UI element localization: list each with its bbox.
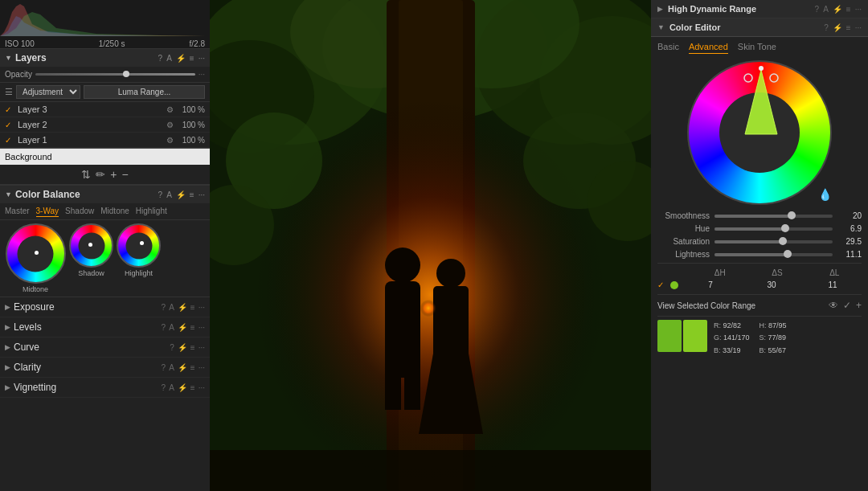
layer-1-name[interactable]: Layer 1	[18, 135, 163, 145]
hdr-help-icon[interactable]: ?	[815, 5, 820, 14]
cb-tab-master[interactable]: Master	[5, 206, 30, 217]
curve-item[interactable]: ▶ Curve ? ⚡ ≡ ···	[0, 338, 210, 358]
cb-tab-shadow[interactable]: Shadow	[65, 206, 94, 217]
background-layer[interactable]: Background	[0, 148, 210, 165]
vig-menu-icon[interactable]: ≡	[190, 383, 195, 392]
cb-menu-icon[interactable]: ≡	[190, 190, 194, 199]
exposure-item[interactable]: ▶ Exposure ? A ⚡ ≡ ···	[0, 297, 210, 317]
layers-help-icon[interactable]: ?	[158, 54, 163, 63]
cb-tab-3way[interactable]: 3-Way	[36, 206, 59, 217]
cb-tab-highlight[interactable]: Highlight	[136, 206, 167, 217]
vr-eye-icon[interactable]: 👁	[829, 300, 838, 311]
lvl-link-icon[interactable]: ⚡	[178, 323, 187, 332]
ce-help-icon[interactable]: ?	[824, 23, 829, 32]
layer-1-settings-icon[interactable]: ⚙	[166, 136, 174, 145]
shadow-wheel[interactable]	[69, 223, 113, 268]
lvl-help-icon[interactable]: ?	[162, 323, 166, 332]
lightness-slider[interactable]	[714, 253, 833, 256]
layers-adjust-icon[interactable]: ⇅	[81, 168, 91, 181]
vr-check-icon[interactable]: ✓	[843, 300, 851, 311]
opacity-slider[interactable]	[35, 73, 195, 76]
midtone-wheel[interactable]	[6, 223, 66, 284]
exp-a-icon[interactable]: A	[169, 303, 174, 312]
tab-advanced[interactable]: Advanced	[689, 42, 728, 54]
levels-item[interactable]: ▶ Levels ? A ⚡ ≡ ···	[0, 317, 210, 338]
layer-3-check-icon[interactable]: ✓	[5, 105, 14, 114]
layers-brush-icon[interactable]: ✏	[96, 168, 105, 181]
ce-link-icon[interactable]: ⚡	[833, 23, 842, 32]
layers-add-icon[interactable]: +	[110, 168, 117, 181]
crv-more-icon[interactable]: ···	[199, 343, 205, 352]
cb-more-icon[interactable]: ···	[199, 190, 205, 199]
layer-1-check-icon[interactable]: ✓	[5, 136, 14, 145]
opacity-label: Opacity	[5, 70, 32, 79]
layers-header[interactable]: ▼ Layers ? A ⚡ ≡ ···	[0, 48, 210, 67]
clar-a-icon[interactable]: A	[169, 363, 174, 372]
vr-add-icon[interactable]: +	[856, 300, 862, 311]
highlight-sub-wheel[interactable]: Highlight	[117, 223, 161, 277]
exp-help-icon[interactable]: ?	[162, 303, 166, 312]
crv-menu-icon[interactable]: ≡	[190, 343, 195, 352]
layer-2-name[interactable]: Layer 2	[18, 120, 163, 129]
smoothness-slider[interactable]	[714, 215, 833, 218]
color-balance-section: ▼ Color Balance ? A ⚡ ≡ ··· Master 3-Way…	[0, 185, 210, 297]
tab-skin-tone[interactable]: Skin Tone	[738, 42, 776, 54]
ce-more-icon[interactable]: ···	[855, 23, 862, 32]
clar-help-icon[interactable]: ?	[162, 363, 166, 372]
cb-help-icon[interactable]: ?	[158, 190, 163, 199]
hdr-link-icon[interactable]: ⚡	[833, 5, 842, 14]
clar-more-icon[interactable]: ···	[199, 363, 205, 372]
clarity-icons: ? A ⚡ ≡ ···	[162, 363, 205, 372]
wheel-selection-svg	[689, 62, 833, 207]
smoothness-fill	[714, 215, 792, 218]
lvl-a-icon[interactable]: A	[169, 323, 174, 332]
clar-menu-icon[interactable]: ≡	[190, 363, 195, 372]
tab-basic[interactable]: Basic	[657, 42, 679, 54]
exp-link-icon[interactable]: ⚡	[178, 303, 187, 312]
big-color-wheel[interactable]	[687, 60, 832, 205]
lvl-more-icon[interactable]: ···	[199, 323, 205, 332]
exp-more-icon[interactable]: ···	[199, 303, 205, 312]
shadow-sub-wheel[interactable]: Shadow	[69, 223, 113, 277]
luma-range-button[interactable]: Luma Range...	[84, 85, 205, 99]
lvl-menu-icon[interactable]: ≡	[190, 323, 195, 332]
ce-menu-icon[interactable]: ≡	[846, 23, 851, 32]
main-color-wheel[interactable]: Midtone	[3, 223, 68, 293]
opacity-more-icon[interactable]: ···	[199, 70, 205, 79]
layers-remove-icon[interactable]: −	[122, 168, 129, 181]
vig-a-icon[interactable]: A	[169, 383, 174, 392]
clarity-item[interactable]: ▶ Clarity ? A ⚡ ≡ ···	[0, 358, 210, 378]
exp-menu-icon[interactable]: ≡	[190, 303, 195, 312]
layer-2-check-icon[interactable]: ✓	[5, 121, 14, 129]
vignetting-item[interactable]: ▶ Vignetting ? A ⚡ ≡ ···	[0, 378, 210, 398]
layer-3-settings-icon[interactable]: ⚙	[166, 105, 174, 114]
clar-link-icon[interactable]: ⚡	[178, 363, 187, 372]
cb-tab-midtone[interactable]: Midtone	[100, 206, 129, 217]
cb-a-icon[interactable]: A	[166, 190, 172, 199]
eyedropper-icon[interactable]: 💧	[818, 188, 832, 201]
cr-check-icon[interactable]: ✓	[657, 280, 667, 289]
vig-link-icon[interactable]: ⚡	[178, 383, 187, 392]
lightness-value: 11.1	[837, 250, 862, 259]
svg-rect-14	[404, 362, 420, 410]
layers-a-icon[interactable]: A	[166, 54, 172, 63]
adjustment-select[interactable]: Adjustment	[16, 85, 80, 99]
vig-more-icon[interactable]: ···	[199, 383, 205, 392]
layers-link-icon[interactable]: ⚡	[176, 54, 186, 63]
color-balance-header[interactable]: ▼ Color Balance ? A ⚡ ≡ ···	[0, 185, 210, 203]
layers-menu-icon[interactable]: ≡	[190, 54, 194, 63]
layers-more-icon[interactable]: ···	[199, 54, 205, 63]
highlight-wheel[interactable]	[117, 223, 161, 268]
layer-2-settings-icon[interactable]: ⚙	[166, 121, 174, 129]
vig-help-icon[interactable]: ?	[162, 383, 166, 392]
color-range-table: ΔH ΔS ΔL ✓ 7 30 11	[657, 263, 862, 291]
saturation-slider[interactable]	[714, 240, 833, 243]
crv-help-icon[interactable]: ?	[170, 343, 174, 352]
hdr-more-icon[interactable]: ···	[855, 5, 862, 14]
hdr-menu-icon[interactable]: ≡	[846, 5, 851, 14]
layer-3-name[interactable]: Layer 3	[18, 104, 163, 114]
cb-link-icon[interactable]: ⚡	[176, 190, 186, 199]
hue-slider[interactable]	[714, 227, 833, 231]
hdr-a-icon[interactable]: A	[823, 5, 829, 14]
crv-link-icon[interactable]: ⚡	[178, 343, 187, 352]
